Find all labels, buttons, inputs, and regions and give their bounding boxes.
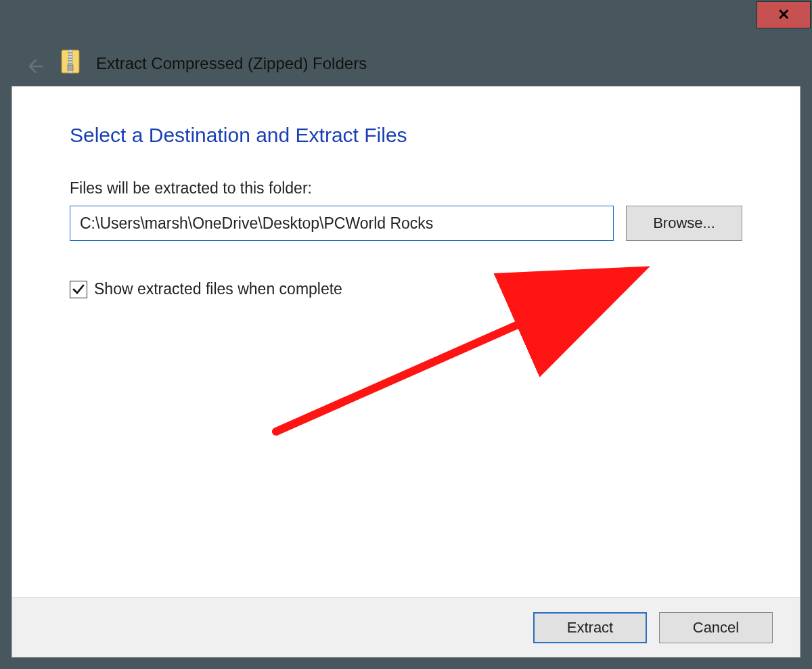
close-button[interactable]: ✕ (757, 1, 811, 28)
content-pane: Select a Destination and Extract Files F… (12, 86, 800, 658)
close-icon: ✕ (777, 6, 790, 24)
destination-path-input[interactable] (70, 206, 614, 241)
show-files-label: Show extracted files when complete (94, 280, 342, 298)
svg-rect-7 (68, 65, 73, 70)
dialog-footer: Extract Cancel (12, 597, 800, 657)
extract-wizard-window: ✕ Extract Compressed (Zipped) Folders Se… (0, 0, 812, 669)
titlebar: ✕ Extract Compressed (Zipped) Folders (1, 1, 811, 86)
extract-button[interactable]: Extract (533, 612, 647, 643)
show-files-checkbox[interactable] (70, 281, 87, 298)
back-button (22, 54, 46, 78)
back-arrow-icon (24, 56, 44, 76)
cancel-button[interactable]: Cancel (659, 612, 773, 643)
page-heading: Select a Destination and Extract Files (70, 124, 742, 147)
zip-folder-icon (61, 47, 80, 74)
checkmark-icon (72, 283, 85, 296)
svg-line-9 (276, 276, 628, 432)
destination-label: Files will be extracted to this folder: (70, 179, 742, 198)
browse-button[interactable]: Browse... (626, 206, 742, 241)
window-title: Extract Compressed (Zipped) Folders (96, 54, 367, 73)
